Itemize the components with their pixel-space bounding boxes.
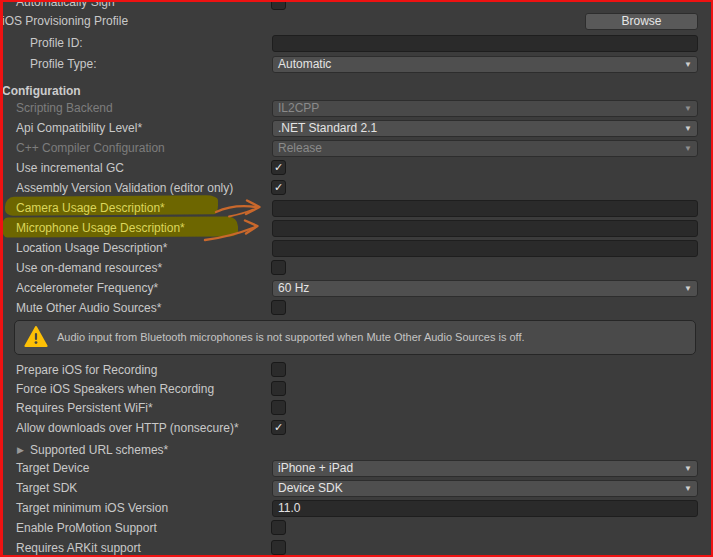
row-prepare-ios-for-recording: Prepare iOS for Recording	[0, 362, 713, 379]
chevron-down-icon: ▼	[684, 482, 692, 496]
profile-type-label: Profile Type:	[30, 56, 96, 73]
profile-id-field[interactable]	[272, 35, 698, 52]
requires-persistent-wifi-label: Requires Persistent WiFi*	[16, 400, 153, 417]
target-minimum-ios-version-label: Target minimum iOS Version	[16, 500, 168, 517]
assembly-version-validation-checkbox[interactable]: ✓	[271, 180, 286, 195]
row-api-compatibility-level: Api Compatibility Level* .NET Standard 2…	[0, 120, 713, 137]
prepare-ios-for-recording-checkbox[interactable]	[271, 362, 286, 377]
browse-button[interactable]: Browse	[585, 13, 698, 30]
row-allow-downloads-over-http: Allow downloads over HTTP (nonsecure)* ✓	[0, 420, 713, 437]
row-target-sdk: Target SDK Device SDK ▼	[0, 480, 713, 497]
row-profile-id: Profile ID:	[0, 35, 713, 52]
row-supported-url-schemes[interactable]: ▶ Supported URL schemes*	[0, 442, 713, 459]
row-requires-persistent-wifi: Requires Persistent WiFi*	[0, 400, 713, 417]
ios-provisioning-profile-label: iOS Provisioning Profile	[2, 13, 128, 30]
warning-text: Audio input from Bluetooth microphones i…	[57, 321, 525, 354]
chevron-down-icon: ▼	[684, 282, 692, 296]
row-location-usage-description: Location Usage Description*	[0, 240, 713, 257]
location-usage-description-field[interactable]	[272, 240, 698, 257]
use-incremental-gc-checkbox[interactable]: ✓	[271, 160, 286, 175]
mute-other-audio-sources-checkbox[interactable]	[271, 300, 286, 315]
foldout-collapsed-icon[interactable]: ▶	[17, 442, 24, 459]
requires-arkit-support-checkbox[interactable]	[271, 540, 286, 555]
requires-persistent-wifi-checkbox[interactable]	[271, 400, 286, 415]
row-assembly-version-validation: Assembly Version Validation (editor only…	[0, 180, 713, 197]
cpp-compiler-configuration-dropdown: Release ▼	[272, 140, 698, 157]
accelerometer-frequency-label: Accelerometer Frequency*	[16, 280, 158, 297]
mute-other-audio-sources-label: Mute Other Audio Sources*	[16, 300, 161, 317]
scripting-backend-label: Scripting Backend	[16, 100, 113, 117]
configuration-section-header: Configuration	[2, 83, 81, 99]
automatically-sign-label: Automatically Sign	[16, 0, 115, 11]
location-usage-description-label: Location Usage Description*	[16, 240, 167, 257]
assembly-version-validation-label: Assembly Version Validation (editor only…	[16, 180, 233, 197]
use-incremental-gc-label: Use incremental GC	[16, 160, 124, 177]
row-force-ios-speakers: Force iOS Speakers when Recording	[0, 381, 713, 398]
row-accelerometer-frequency: Accelerometer Frequency* 60 Hz ▼	[0, 280, 713, 297]
target-device-label: Target Device	[16, 460, 89, 477]
chevron-down-icon: ▼	[684, 142, 692, 156]
use-on-demand-resources-label: Use on-demand resources*	[16, 260, 162, 277]
row-enable-promotion-support: Enable ProMotion Support	[0, 520, 713, 537]
microphone-usage-description-field[interactable]	[272, 220, 698, 237]
row-requires-arkit-support: Requires ARKit support	[0, 540, 713, 557]
row-cpp-compiler-configuration: C++ Compiler Configuration Release ▼	[0, 140, 713, 157]
chevron-down-icon: ▼	[684, 462, 692, 476]
allow-downloads-over-http-label: Allow downloads over HTTP (nonsecure)*	[16, 420, 239, 437]
force-ios-speakers-checkbox[interactable]	[271, 381, 286, 396]
row-ios-provisioning-profile: iOS Provisioning Profile Browse	[0, 13, 713, 30]
prepare-ios-for-recording-label: Prepare iOS for Recording	[16, 362, 157, 379]
requires-arkit-support-label: Requires ARKit support	[16, 540, 141, 557]
automatically-sign-checkbox[interactable]	[271, 0, 286, 10]
row-mute-other-audio-sources: Mute Other Audio Sources*	[0, 300, 713, 317]
row-use-incremental-gc: Use incremental GC ✓	[0, 160, 713, 177]
microphone-usage-description-label: Microphone Usage Description*	[16, 220, 185, 237]
api-compatibility-level-label: Api Compatibility Level*	[16, 120, 142, 137]
scripting-backend-dropdown: IL2CPP ▼	[272, 100, 698, 117]
target-sdk-label: Target SDK	[16, 480, 77, 497]
row-use-on-demand-resources: Use on-demand resources*	[0, 260, 713, 277]
row-target-minimum-ios-version: Target minimum iOS Version 11.0	[0, 500, 713, 517]
target-minimum-ios-version-field[interactable]: 11.0	[272, 500, 698, 517]
api-compatibility-level-dropdown[interactable]: .NET Standard 2.1 ▼	[272, 120, 698, 137]
row-profile-type: Profile Type: Automatic ▼	[0, 56, 713, 73]
row-target-device: Target Device iPhone + iPad ▼	[0, 460, 713, 477]
row-automatically-sign: Automatically Sign	[0, 0, 713, 11]
camera-usage-description-label: Camera Usage Description*	[16, 200, 165, 217]
allow-downloads-over-http-checkbox[interactable]: ✓	[271, 420, 286, 435]
row-microphone-usage-description: Microphone Usage Description*	[0, 220, 713, 237]
row-scripting-backend: Scripting Backend IL2CPP ▼	[0, 100, 713, 117]
chevron-down-icon: ▼	[684, 102, 692, 116]
accelerometer-frequency-dropdown[interactable]: 60 Hz ▼	[272, 280, 698, 297]
camera-usage-description-field[interactable]	[272, 200, 698, 217]
unity-player-settings-panel: Automatically Sign iOS Provisioning Prof…	[0, 0, 713, 557]
warning-help-box: Audio input from Bluetooth microphones i…	[14, 320, 696, 355]
target-device-dropdown[interactable]: iPhone + iPad ▼	[272, 460, 698, 477]
profile-id-label: Profile ID:	[30, 35, 83, 52]
use-on-demand-resources-checkbox[interactable]	[271, 260, 286, 275]
chevron-down-icon: ▼	[684, 58, 692, 72]
force-ios-speakers-label: Force iOS Speakers when Recording	[16, 381, 214, 398]
cpp-compiler-configuration-label: C++ Compiler Configuration	[16, 140, 165, 157]
enable-promotion-support-checkbox[interactable]	[271, 520, 286, 535]
profile-type-dropdown[interactable]: Automatic ▼	[272, 56, 698, 73]
supported-url-schemes-label[interactable]: Supported URL schemes*	[30, 442, 168, 459]
warning-icon	[24, 326, 48, 348]
target-sdk-dropdown[interactable]: Device SDK ▼	[272, 480, 698, 497]
chevron-down-icon: ▼	[684, 122, 692, 136]
row-camera-usage-description: Camera Usage Description*	[0, 200, 713, 217]
enable-promotion-support-label: Enable ProMotion Support	[16, 520, 157, 537]
